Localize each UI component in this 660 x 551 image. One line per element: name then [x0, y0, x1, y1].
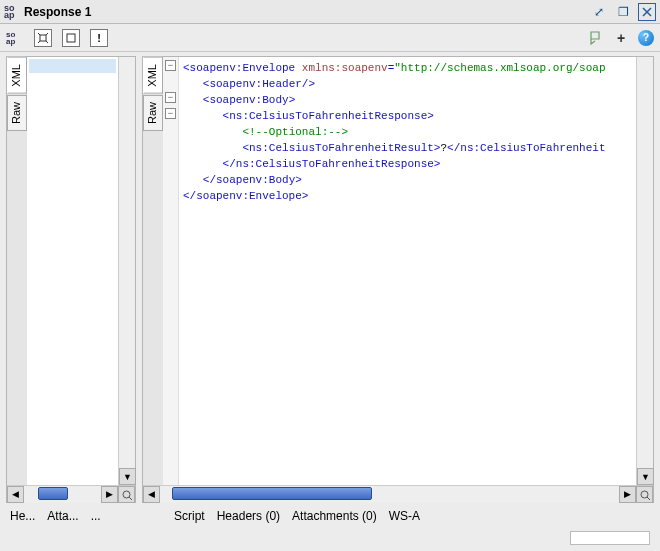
svg-line-5 [129, 497, 132, 500]
left-vscrollbar[interactable]: ▼ [118, 57, 135, 485]
help-icon[interactable]: ? [638, 30, 654, 46]
restore-icon[interactable]: ❐ [614, 3, 632, 21]
right-vtab-raw[interactable]: Raw [143, 95, 163, 131]
left-editor[interactable] [27, 57, 118, 485]
left-vtab-xml[interactable]: XML [7, 57, 27, 94]
left-tab-more[interactable]: ... [91, 509, 101, 523]
scroll-right-icon[interactable]: ▶ [101, 486, 118, 503]
scroll-left-icon[interactable]: ◀ [143, 486, 160, 503]
left-hscrollbar[interactable]: ◀ ▶ [7, 485, 135, 502]
maximize-icon[interactable]: ⤢ [590, 3, 608, 21]
left-selected-row [29, 59, 116, 73]
request-pane: XML Raw ▼ ◀ ▶ [6, 56, 136, 503]
right-hscrollbar[interactable]: ◀ ▶ [143, 485, 653, 502]
right-tab-headers[interactable]: Headers (0) [217, 509, 280, 523]
app-icon: so ap [4, 4, 20, 20]
right-vtab-xml[interactable]: XML [143, 57, 163, 94]
resize-box-icon[interactable] [34, 29, 52, 47]
scroll-right-icon[interactable]: ▶ [619, 486, 636, 503]
status-bar [0, 529, 660, 551]
left-vtab-raw[interactable]: Raw [7, 95, 27, 131]
plus-icon[interactable]: + [612, 29, 630, 47]
scroll-down-icon[interactable]: ▼ [119, 468, 136, 485]
scroll-down-icon[interactable]: ▼ [637, 468, 654, 485]
svg-rect-3 [67, 34, 75, 42]
xml-code: <soapenv:Envelope xmlns:soapenv="http://… [163, 57, 636, 207]
scroll-left-icon[interactable]: ◀ [7, 486, 24, 503]
window-title: Response 1 [20, 5, 590, 19]
toolbar: so ap ! + ? [0, 24, 660, 52]
scroll-corner-icon[interactable] [636, 486, 653, 503]
response-pane: XML Raw − − − <soapenv:Envelope xmlns:so… [142, 56, 654, 503]
left-tab-attachments[interactable]: Atta... [47, 509, 78, 523]
fold-icon[interactable]: − [165, 108, 176, 119]
bang-icon[interactable]: ! [90, 29, 108, 47]
fold-icon[interactable]: − [165, 92, 176, 103]
fold-icon[interactable]: − [165, 60, 176, 71]
left-vtabs: XML Raw [7, 57, 27, 485]
soap-binding-icon[interactable]: so ap [6, 31, 24, 45]
svg-line-7 [647, 497, 650, 500]
right-tabstrip: Script Headers (0) Attachments (0) WS-A [142, 503, 660, 529]
xml-editor[interactable]: − − − <soapenv:Envelope xmlns:soapenv="h… [163, 57, 636, 485]
scroll-corner-icon[interactable] [118, 486, 135, 503]
right-tab-script[interactable]: Script [174, 509, 205, 523]
status-well [570, 531, 650, 545]
svg-point-6 [641, 491, 648, 498]
right-vtabs: XML Raw [143, 57, 163, 485]
svg-point-4 [123, 491, 130, 498]
svg-rect-2 [40, 35, 46, 41]
close-icon[interactable] [638, 3, 656, 21]
left-tabstrip: He... Atta... ... [0, 503, 142, 529]
right-vscrollbar[interactable]: ▼ [636, 57, 653, 485]
bookmark-icon[interactable] [586, 29, 604, 47]
fold-gutter: − − − [163, 57, 179, 485]
square-icon[interactable] [62, 29, 80, 47]
titlebar: so ap Response 1 ⤢ ❐ [0, 0, 660, 24]
right-tab-wsa[interactable]: WS-A [389, 509, 420, 523]
left-tab-headers[interactable]: He... [10, 509, 35, 523]
right-tab-attachments[interactable]: Attachments (0) [292, 509, 377, 523]
